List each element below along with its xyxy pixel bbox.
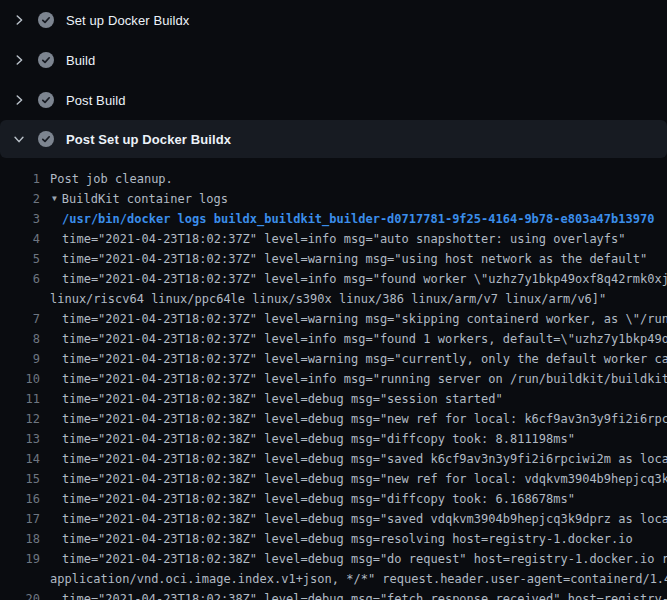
log-text: linux/riscv64 linux/ppc64le linux/s390x …	[40, 289, 667, 309]
log-text: time="2021-04-23T18:02:38Z" level=debug …	[40, 469, 667, 489]
step-header-post-set-up-docker-buildx[interactable]: Post Set up Docker Buildx	[0, 120, 667, 158]
check-circle-icon	[38, 92, 54, 108]
log-text: time="2021-04-23T18:02:38Z" level=debug …	[40, 489, 667, 509]
log-row: 20 ▼ time="2021-04-23T18:02:38Z" level=d…	[0, 589, 667, 600]
triangle-down-icon[interactable]: ▼	[40, 189, 57, 209]
line-number[interactable]: 3	[0, 209, 40, 229]
log-row: 15 ▼ time="2021-04-23T18:02:38Z" level=d…	[0, 469, 667, 489]
log-row: 13 ▼ time="2021-04-23T18:02:38Z" level=d…	[0, 429, 667, 449]
line-number[interactable]: 19	[0, 549, 40, 569]
line-number[interactable]: 13	[0, 429, 40, 449]
chevron-right-icon	[12, 13, 26, 27]
line-number[interactable]: 6	[0, 269, 40, 289]
chevron-right-icon	[12, 53, 26, 67]
log-text: time="2021-04-23T18:02:37Z" level=info m…	[40, 369, 667, 389]
log-row: 11 ▼ time="2021-04-23T18:02:38Z" level=d…	[0, 389, 667, 409]
check-circle-icon	[38, 131, 54, 147]
step-header-build[interactable]: Build	[0, 40, 667, 80]
log-text: time="2021-04-23T18:02:38Z" level=debug …	[40, 409, 667, 429]
step-label: Set up Docker Buildx	[66, 13, 189, 28]
log-text: time="2021-04-23T18:02:38Z" level=debug …	[40, 509, 667, 529]
chevron-right-icon	[12, 93, 26, 107]
log-row: 14 ▼ time="2021-04-23T18:02:38Z" level=d…	[0, 449, 667, 469]
log-row: 10 ▼ time="2021-04-23T18:02:37Z" level=i…	[0, 369, 667, 389]
log-row: 8 ▼ time="2021-04-23T18:02:37Z" level=in…	[0, 329, 667, 349]
log-row: 16 ▼ time="2021-04-23T18:02:38Z" level=d…	[0, 489, 667, 509]
chevron-down-icon	[12, 132, 26, 146]
line-number[interactable]: 5	[0, 249, 40, 269]
log-text: application/vnd.oci.image.index.v1+json,…	[40, 569, 667, 589]
line-number[interactable]: 18	[0, 529, 40, 549]
step-label: Post Set up Docker Buildx	[66, 132, 231, 147]
step-label: Build	[66, 53, 95, 68]
line-number[interactable]: 16	[0, 489, 40, 509]
log-text: time="2021-04-23T18:02:37Z" level=info m…	[40, 269, 667, 289]
log-text: time="2021-04-23T18:02:37Z" level=warnin…	[40, 349, 667, 369]
log-text: time="2021-04-23T18:02:38Z" level=debug …	[40, 449, 667, 469]
log-row: 3 ▼ /usr/bin/docker logs buildx_buildkit…	[0, 209, 667, 229]
log-row: 19 ▼ time="2021-04-23T18:02:38Z" level=d…	[0, 549, 667, 569]
line-number[interactable]: 15	[0, 469, 40, 489]
log-text: BuildKit container logs	[57, 189, 667, 209]
check-circle-icon	[38, 12, 54, 28]
log-text: time="2021-04-23T18:02:37Z" level=info m…	[40, 329, 667, 349]
line-number[interactable]	[0, 569, 40, 589]
log-row: ▼ linux/riscv64 linux/ppc64le linux/s390…	[0, 289, 667, 309]
log-row: 4 ▼ time="2021-04-23T18:02:37Z" level=in…	[0, 229, 667, 249]
line-number[interactable]: 9	[0, 349, 40, 369]
log-row: 9 ▼ time="2021-04-23T18:02:37Z" level=wa…	[0, 349, 667, 369]
log-text: time="2021-04-23T18:02:38Z" level=debug …	[40, 549, 667, 569]
line-number[interactable]: 17	[0, 509, 40, 529]
line-number[interactable]: 2	[0, 189, 40, 209]
line-number[interactable]: 12	[0, 409, 40, 429]
line-number[interactable]: 7	[0, 309, 40, 329]
log-lines: 1 ▼ Post job cleanup. 2 ▼ BuildKit conta…	[0, 158, 667, 600]
log-row: 18 ▼ time="2021-04-23T18:02:38Z" level=d…	[0, 529, 667, 549]
log-row: 5 ▼ time="2021-04-23T18:02:37Z" level=wa…	[0, 249, 667, 269]
line-number[interactable]	[0, 289, 40, 309]
step-header-set-up-docker-buildx[interactable]: Set up Docker Buildx	[0, 0, 667, 40]
log-row: ▼ application/vnd.oci.image.index.v1+jso…	[0, 569, 667, 589]
step-label: Post Build	[66, 93, 126, 108]
log-text: time="2021-04-23T18:02:38Z" level=debug …	[40, 429, 667, 449]
log-text: time="2021-04-23T18:02:38Z" level=debug …	[40, 389, 667, 409]
log-row: 12 ▼ time="2021-04-23T18:02:38Z" level=d…	[0, 409, 667, 429]
check-circle-icon	[38, 52, 54, 68]
log-text: /usr/bin/docker logs buildx_buildkit_bui…	[40, 209, 667, 229]
log-text: time="2021-04-23T18:02:38Z" level=debug …	[40, 589, 667, 600]
line-number[interactable]: 20	[0, 589, 40, 600]
log-text: time="2021-04-23T18:02:37Z" level=warnin…	[40, 249, 667, 269]
log-text: time="2021-04-23T18:02:37Z" level=info m…	[40, 229, 667, 249]
actions-log-viewer: Set up Docker Buildx Build Post Build	[0, 0, 667, 600]
step-header-post-build[interactable]: Post Build	[0, 80, 667, 120]
log-row: 17 ▼ time="2021-04-23T18:02:38Z" level=d…	[0, 509, 667, 529]
log-row: 7 ▼ time="2021-04-23T18:02:37Z" level=wa…	[0, 309, 667, 329]
log-row: 6 ▼ time="2021-04-23T18:02:37Z" level=in…	[0, 269, 667, 289]
line-number[interactable]: 8	[0, 329, 40, 349]
log-text: time="2021-04-23T18:02:37Z" level=warnin…	[40, 309, 667, 329]
line-number[interactable]: 11	[0, 389, 40, 409]
log-text: time="2021-04-23T18:02:38Z" level=debug …	[40, 529, 667, 549]
log-text: Post job cleanup.	[40, 169, 667, 189]
line-number[interactable]: 1	[0, 169, 40, 189]
step-list: Set up Docker Buildx Build Post Build	[0, 0, 667, 158]
log-row: 1 ▼ Post job cleanup.	[0, 169, 667, 189]
line-number[interactable]: 10	[0, 369, 40, 389]
line-number[interactable]: 14	[0, 449, 40, 469]
log-row: 2 ▼ BuildKit container logs	[0, 189, 667, 209]
line-number[interactable]: 4	[0, 229, 40, 249]
